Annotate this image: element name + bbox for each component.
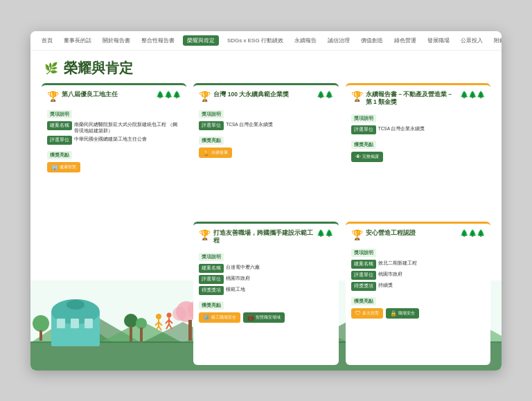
trees-icon-5: 🌲🌲🌲 [460,229,485,237]
award-4-value-1: 台達電中壢六廠 [226,264,260,270]
award-4-row-2: 評選單位 桃園市政府 [199,275,332,284]
award-4-key-3: 得獎獎項 [199,286,224,295]
award-1-badge-1: 🏢 健康智慧 [47,162,80,172]
trophy-icon-2: 🏆 [199,91,211,102]
award-3-badge-icon-1: 👁 [355,154,361,160]
nav-green[interactable]: 綠色營運 [391,35,419,46]
award-4-section-label: 獎項說明 [199,253,224,261]
award-5-header: 🏆 安心營造工程認證 🌲🌲🌲 [351,229,485,240]
award-5-key-3: 得獎獎項 [351,282,376,291]
award-2-section-label: 獎項說明 [199,110,224,118]
award-4-header: 🏆 打造友善職場，跨國攜手建設示範工程 🌲🌲 [199,229,332,244]
award-4-key-2: 評選單位 [199,275,224,284]
award-4-badge-icon-2: 💼 [247,314,254,321]
award-2-badge-text-1: 永續發展 [211,150,228,156]
trees-icon-3: 🌲🌲🌲 [460,91,485,98]
award-5-row-3: 得獎獎項 持續獎 [351,282,485,291]
award-2-title: 台灣 100 大永續典範企業獎 [213,91,289,98]
award-1-value-2: 中華民國全國總建築工地主任公會 [74,136,147,142]
award-4-key-1: 建案名稱 [199,264,224,273]
award-1-section-label: 獎項說明 [47,110,72,118]
page-title: 榮耀與肯定 [64,59,133,78]
nav-public[interactable]: 公眾投入 [458,35,486,46]
award-1-title: 第八屆優良工地主任 [62,91,118,98]
nav-appendix[interactable]: 附錄 [491,35,502,46]
nav-home[interactable]: 首頁 [39,35,55,46]
award-2-badge-icon-1: 🏆 [203,150,210,156]
award-5-key-2: 評選單位 [351,271,376,280]
award-1-key-1: 建案名稱 [47,121,72,130]
award-1-highlight-label: 獲獎亮點 [47,151,72,159]
award-3-highlight-label: 獲獎亮點 [351,141,376,149]
nav-sdgs[interactable]: SDGs x ESG 行動績效 [224,35,286,46]
award-3-key-1: 評選單位 [351,125,376,134]
award-3-badges: 👁 完整揭露 [351,152,485,162]
nav-integrated[interactable]: 整合性報告書 [139,35,177,46]
trophy-icon-5: 🏆 [351,229,363,240]
award-3-value-1: TCSA 台灣企業永續獎 [378,125,425,132]
award-card-2: 🏆 台灣 100 大永續典範企業獎 🌲🌲 獎項說明 評選單位 TCSA 台灣企業… [193,83,338,215]
award-1-header: 🏆 第八屆優良工地主任 🌲🌲🌲 [47,91,181,102]
award-5-badges: 🛡 多元培育 🔒 職場安全 [351,308,485,319]
nav-workplace[interactable]: 發展職場 [425,35,452,46]
award-5-badge-icon-1: 🛡 [355,310,361,317]
trophy-icon-3: 🏆 [351,91,363,102]
award-5-badge-text-1: 多元培育 [362,310,379,317]
award-card-3: 🏆 永續報告書－不動產及營造業－第 1 類金獎 🌲🌲🌲 獎項說明 評選單位 TC… [346,83,490,215]
award-5-row-2: 評選單位 桃園市政府 [351,271,485,280]
award-1-row-2: 評選單位 中華民國全國總建築工地主任公會 [47,136,181,145]
title-decoration-icon: 🌿 [44,62,58,75]
award-3-row-1: 評選單位 TCSA 台灣企業永續獎 [351,125,485,134]
award-3-badge-1: 👁 完整揭露 [351,152,383,162]
awards-area: 🏆 第八屆優良工地主任 🌲🌲🌲 獎項說明 建案名稱 南榮民民總醫院新莊大武分院新… [30,83,502,371]
award-1-badge-text-1: 健康智慧 [60,164,76,170]
award-2-header: 🏆 台灣 100 大永續典範企業獎 🌲🌲 [199,91,332,102]
nav-about[interactable]: 關於報告書 [100,35,133,46]
award-4-badge-icon-1: ⚙️ [203,314,210,321]
award-5-badge-1: 🛡 多元培育 [351,308,383,319]
trees-icon-1: 🌲🌲🌲 [156,91,181,98]
award-4-row-3: 得獎獎項 模範工地 [199,286,332,295]
award-5-value-1: 效北二期新建工程 [378,260,417,266]
award-1-value-1: 南榮民民總醫院新莊大武分院新建統包工程 （鋼骨現地組建築群） [74,121,181,134]
nav-value[interactable]: 價值創造 [358,35,386,46]
page-title-area: 🌿 榮耀與肯定 [30,51,502,83]
award-4-title: 打造友善職場，跨國攜手建設示範工程 [213,229,313,244]
page-number: 8 [490,359,493,366]
trophy-icon-4: 🏆 [199,229,211,240]
award-3-badge-text-1: 完整揭露 [362,154,379,160]
award-2-value-1: TCSA 台灣企業永續獎 [226,121,273,127]
top-nav: 首頁 董事長的話 關於報告書 整合性報告書 榮耀與肯定 SDGs x ESG 行… [30,31,502,51]
award-4-badge-2: 💼 智慧職安場域 [243,312,285,323]
award-5-value-3: 持續獎 [378,282,393,288]
award-5-row-1: 建案名稱 效北二期新建工程 [351,260,485,269]
slide-wrapper: 首頁 董事長的話 關於報告書 整合性報告書 榮耀與肯定 SDGs x ESG 行… [30,31,502,371]
award-5-badge-text-2: 職場安全 [398,310,415,317]
award-2-badge-1: 🏆 永續發展 [199,148,232,158]
award-5-badge-2: 🔒 職場安全 [386,308,419,319]
award-5-highlight-label: 獲獎亮點 [351,297,376,305]
award-4-value-2: 桃園市政府 [226,275,250,281]
award-2-highlight-label: 獲獎亮點 [199,136,224,145]
award-2-row-1: 評選單位 TCSA 台灣企業永續獎 [199,121,332,130]
award-3-title: 永續報告書－不動產及營造業－第 1 類金獎 [366,91,457,106]
award-3-header: 🏆 永續報告書－不動產及營造業－第 1 類金獎 🌲🌲🌲 [351,91,485,106]
nav-chairman[interactable]: 董事長的話 [61,35,94,46]
main-content: 🌿 榮耀與肯定 🏆 第八屆優良工地主任 🌲🌲🌲 獎項說明 建案名稱 南榮民民總醫… [30,51,502,371]
nav-governance[interactable]: 誠信治理 [325,35,353,46]
award-1-row-1: 建案名稱 南榮民民總醫院新莊大武分院新建統包工程 （鋼骨現地組建築群） [47,121,181,134]
award-4-badge-text-2: 智慧職安場域 [256,314,281,321]
award-2-key-1: 評選單位 [199,121,224,130]
award-1-badges: 🏢 健康智慧 [47,162,181,172]
nav-sustainable[interactable]: 永續報告 [292,35,319,46]
award-3-section-label: 獎項說明 [351,114,376,123]
nav-awards[interactable]: 榮耀與肯定 [183,35,219,46]
award-5-key-1: 建案名稱 [351,260,376,269]
award-4-badges: ⚙️ 移工職場安全 💼 智慧職安場域 [199,312,332,323]
trees-icon-2: 🌲🌲 [317,91,333,98]
award-5-badge-icon-2: 🔒 [390,310,397,317]
award-4-row-1: 建案名稱 台達電中壢六廠 [199,264,332,273]
award-5-value-2: 桃園市政府 [378,271,402,277]
award-4-badge-1: ⚙️ 移工職場安全 [199,312,240,323]
award-5-section-label: 獎項說明 [351,249,376,257]
